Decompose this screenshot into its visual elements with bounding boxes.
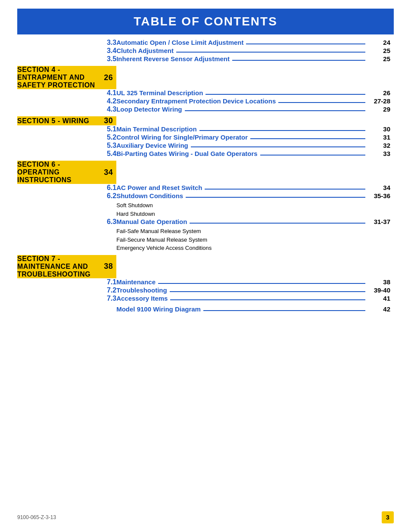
entry-4-3: 4.3 Loop Detector Wiring 29 [17,106,394,114]
entry-7-1: 7.1 Maintenance 38 [17,278,394,286]
section-7-header: SECTION 7 - MAINTENANCE AND TROUBLESHOOT… [17,255,394,278]
entry-5-3: 5.3 Auxiliary Device Wiring 32 [17,142,394,150]
entry-3-3: 3.3 Automatic Open / Close Limit Adjustm… [17,39,394,47]
footer: 9100-065-Z-3-13 3 [17,511,394,523]
page-number: 3 [382,511,394,523]
entry-4-1: 4.1 UL 325 Terminal Description 26 [17,89,394,97]
entry-6-2-subs: Soft Shutdown Hard Shutdown [116,200,394,218]
section-5-header: SECTION 5 - WIRING 30 [17,116,394,125]
section-4-header: SECTION 4 - ENTRAPMENT AND SAFETY PROTEC… [17,66,394,89]
entry-3-4: 3.4 Clutch Adjustment 25 [17,47,394,55]
title-bar: TABLE OF CONTENTS [17,9,394,34]
entry-5-4: 5.4 Bi-Parting Gates Wiring - Dual Gate … [17,150,394,158]
entry-7-2: 7.2 Troubleshooting 39-40 [17,286,394,295]
part-number: 9100-065-Z-3-13 [17,514,56,520]
section-6-header: SECTION 6 - OPERATING INSTRUCTIONS 34 [17,161,394,184]
entry-6-1: 6.1 AC Power and Reset Switch 34 [17,184,394,192]
entry-7-3: 7.3 Accessory Items 41 [17,295,394,303]
entry-6-3: 6.3 Manual Gate Operation 31-37 Fail-Saf… [17,218,394,252]
entry-3-5: 3.5 Inherent Reverse Sensor Adjustment 2… [17,55,394,63]
entry-5-2: 5.2 Control Wiring for Single/Primary Op… [17,134,394,142]
entry-6-2: 6.2 Shutdown Conditions 35-36 Soft Shutd… [17,192,394,218]
entry-5-1: 5.1 Main Terminal Description 30 [17,125,394,134]
model-row: Model 9100 Wiring Diagram 42 [17,305,394,314]
entry-4-2: 4.2 Secondary Entrapment Protection Devi… [17,97,394,106]
entry-6-3-subs: Fail-Safe Manual Release System Fail-Sec… [116,226,394,252]
